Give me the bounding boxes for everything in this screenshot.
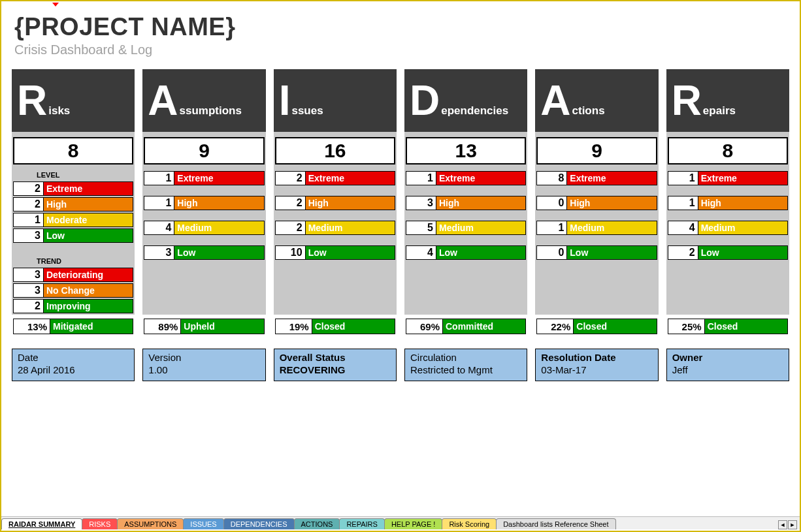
column-header-repairs: R epairs (666, 69, 789, 132)
actions-count: 9 (536, 137, 657, 164)
repairs-count: 8 (668, 137, 788, 164)
footer-circulation: Circulation Restricted to Mgmt (404, 349, 527, 381)
issues-count: 16 (275, 137, 395, 164)
risks-level-extreme: 2 Extreme (13, 181, 133, 196)
column-letter: R (17, 80, 47, 121)
column-actions: A ctions 9 8Extreme 0High 1Medium 0Low 2… (535, 69, 658, 337)
trend-section-label: TREND (12, 256, 135, 266)
sheet-tab-bar: RAIDAR SUMMARY RISKS ASSUMPTIONS ISSUES … (1, 516, 800, 529)
column-repairs: R epairs 8 1Extreme 1High 4Medium 2Low 2… (666, 69, 789, 337)
column-header-risks: R isks (12, 69, 135, 132)
issues-extreme: 2Extreme (275, 171, 395, 185)
assumptions-medium: 4Medium (144, 221, 264, 235)
dependencies-extreme: 1Extreme (406, 171, 526, 185)
column-assumptions: A ssumptions 9 1Extreme 1High 4Medium 3L… (142, 69, 265, 337)
repairs-medium: 4Medium (668, 221, 788, 235)
risks-trend-deteriorating: 3 Deteriorating (13, 268, 133, 282)
column-dependencies: D ependencies 13 1Extreme 3High 5Medium … (404, 69, 527, 337)
column-header-actions: A ctions (535, 69, 658, 132)
repairs-low: 2Low (668, 245, 788, 260)
tab-assumptions[interactable]: ASSUMPTIONS (117, 518, 184, 529)
risks-trend-improving: 2 Improving (13, 299, 133, 313)
assumptions-pct-upheld: 89%Upheld (144, 319, 264, 334)
actions-high: 0High (536, 196, 657, 210)
risks-count: 8 (13, 137, 133, 164)
column-label: isks (48, 104, 70, 132)
column-risks: R isks 8 LEVEL 2 Extreme 2 High 1 Modera… (12, 69, 135, 337)
footer-version: Version 1.00 (142, 349, 265, 381)
tab-scroll-controls: ◄ ► (777, 520, 800, 529)
repairs-high: 1High (668, 196, 788, 210)
tab-repairs[interactable]: REPAIRS (339, 518, 384, 529)
risks-pct-mitigated: 13% Mitigated (13, 319, 133, 334)
tab-help[interactable]: HELP PAGE ! (384, 518, 442, 529)
risks-trend-nochange: 3 No Change (13, 283, 133, 298)
issues-medium: 2Medium (275, 221, 395, 235)
footer-overall-status: Overall Status RECOVERING (274, 349, 397, 381)
assumptions-extreme: 1Extreme (144, 171, 264, 185)
raidar-grid: R isks 8 LEVEL 2 Extreme 2 High 1 Modera… (1, 64, 800, 337)
tab-risks[interactable]: RISKS (82, 518, 118, 529)
repairs-extreme: 1Extreme (668, 171, 788, 185)
tab-dependencies[interactable]: DEPENDENCIES (223, 518, 295, 529)
comment-indicator-icon (52, 3, 59, 7)
tab-scroll-right-icon[interactable]: ► (788, 520, 797, 529)
dependencies-count: 13 (406, 137, 526, 164)
footer-date: Date 28 April 2016 (12, 349, 135, 381)
issues-high: 2High (275, 196, 395, 210)
dependencies-low: 4Low (406, 245, 526, 260)
column-header-assumptions: A ssumptions (142, 69, 265, 132)
dashboard-subtitle: Crisis Dashboard & Log (14, 42, 787, 57)
dependencies-medium: 5Medium (406, 221, 526, 235)
risks-level-high: 2 High (13, 197, 133, 211)
column-issues: I ssues 16 2Extreme 2High 2Medium 10Low … (274, 69, 397, 337)
actions-extreme: 8Extreme (536, 171, 657, 185)
tab-reference-sheet[interactable]: Dashboard lists Reference Sheet (496, 518, 615, 529)
risks-level-low: 3 Low (13, 228, 133, 243)
tab-raidar-summary[interactable]: RAIDAR SUMMARY (1, 518, 82, 529)
issues-pct-closed: 19%Closed (275, 319, 395, 334)
footer-resolution-date: Resolution Date 03-Mar-17 (535, 349, 658, 381)
tab-scroll-left-icon[interactable]: ◄ (778, 520, 787, 529)
project-title: {PROJECT NAME} (14, 13, 787, 41)
risks-level-moderate: 1 Moderate (13, 213, 133, 227)
dependencies-high: 3High (406, 196, 526, 210)
assumptions-high: 1High (144, 196, 264, 210)
column-header-issues: I ssues (274, 69, 397, 132)
column-header-dependencies: D ependencies (404, 69, 527, 132)
dashboard-header: {PROJECT NAME} Crisis Dashboard & Log (1, 1, 800, 64)
tab-risk-scoring[interactable]: Risk Scoring (442, 518, 497, 529)
footer-owner: Owner Jeff (666, 349, 789, 381)
dependencies-pct-committed: 69%Committed (406, 319, 526, 334)
assumptions-low: 3Low (144, 245, 264, 260)
tab-issues[interactable]: ISSUES (183, 518, 223, 529)
actions-pct-closed: 22%Closed (536, 319, 657, 334)
actions-medium: 1Medium (536, 221, 657, 235)
repairs-pct-closed: 25%Closed (668, 319, 788, 334)
level-section-label: LEVEL (12, 170, 135, 180)
tab-actions[interactable]: ACTIONS (294, 518, 340, 529)
issues-low: 10Low (275, 245, 395, 260)
actions-low: 0Low (536, 245, 657, 260)
assumptions-count: 9 (144, 137, 264, 164)
footer-info-row: Date 28 April 2016 Version 1.00 Overall … (1, 337, 800, 381)
